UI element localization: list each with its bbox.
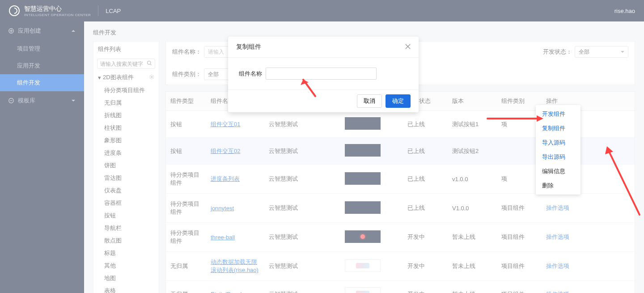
modal-title: 复制组件	[236, 43, 261, 51]
modal-field-label: 组件名称	[239, 70, 262, 78]
dropdown-item[interactable]: 导出源码	[536, 150, 580, 164]
dropdown-item[interactable]: 导入源码	[536, 136, 580, 150]
copy-component-modal: 复制组件 组件名称 取消 确定	[228, 37, 419, 112]
dropdown-item[interactable]: 编辑信息	[536, 164, 580, 178]
dropdown-item[interactable]: 复制组件	[536, 121, 580, 136]
close-icon[interactable]	[405, 43, 411, 51]
action-dropdown: 开发组件复制组件导入源码导出源码编辑信息删除	[536, 105, 580, 195]
ok-button[interactable]: 确定	[386, 94, 411, 108]
cancel-button[interactable]: 取消	[357, 94, 382, 108]
modal-name-input[interactable]	[266, 68, 377, 80]
dropdown-item[interactable]: 删除	[536, 178, 580, 193]
dropdown-item[interactable]: 开发组件	[536, 107, 580, 121]
